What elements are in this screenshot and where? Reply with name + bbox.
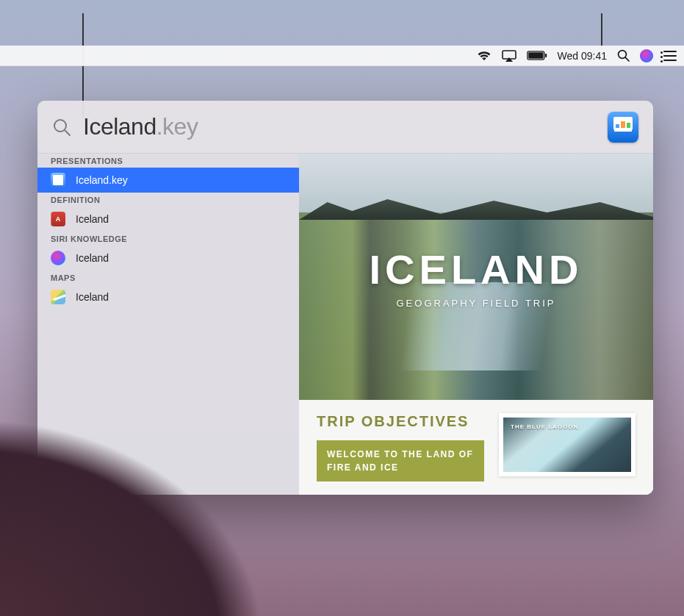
keynote-file-icon (51, 173, 65, 187)
result-label: Iceland (76, 291, 109, 303)
preview-slide-2: TRIP OBJECTIVES WELCOME TO THE LAND OF F… (299, 400, 653, 495)
svg-rect-2 (528, 52, 543, 59)
search-icon (52, 118, 71, 137)
query-autocomplete-text: .key (156, 113, 198, 140)
svg-rect-3 (545, 54, 547, 57)
keynote-app-icon (608, 112, 638, 143)
spotlight-window: Iceland.key PRESENTATIONS Iceland.key DE… (37, 101, 653, 495)
spotlight-results-list: PRESENTATIONS Iceland.key DEFINITION Ice… (37, 154, 299, 495)
dictionary-icon (51, 212, 65, 226)
spotlight-preview-pane: ICELAND GEOGRAPHY FIELD TRIP TRIP OBJECT… (299, 154, 653, 495)
slide2-photo-label: THE BLUE LAGOON (511, 423, 578, 430)
category-header-siri-knowledge: SIRI KNOWLEDGE (37, 232, 299, 246)
svg-line-5 (625, 57, 629, 61)
spotlight-search-bar[interactable]: Iceland.key (37, 101, 653, 154)
airplay-icon[interactable] (502, 46, 516, 65)
slide2-heading: TRIP OBJECTIVES (317, 413, 484, 430)
svg-line-7 (65, 130, 70, 135)
battery-icon[interactable] (527, 46, 547, 65)
slide2-photo-blue-lagoon: THE BLUE LAGOON (499, 413, 636, 476)
category-header-definition: DEFINITION (37, 193, 299, 207)
spotlight-query-input[interactable]: Iceland.key (83, 113, 596, 140)
result-label: Iceland.key (76, 174, 128, 186)
siri-icon[interactable] (640, 46, 653, 65)
slide1-subtitle: GEOGRAPHY FIELD TRIP (370, 298, 583, 309)
result-label: Iceland (76, 252, 109, 264)
siri-result-icon (51, 251, 65, 265)
notification-center-icon[interactable] (663, 46, 677, 65)
callout-line-menubar-search (601, 13, 602, 50)
slide1-title: ICELAND (370, 246, 583, 293)
category-header-presentations: PRESENTATIONS (37, 154, 299, 168)
menubar: Wed 09:41 (0, 46, 684, 66)
wifi-icon[interactable] (477, 46, 492, 65)
result-label: Iceland (76, 213, 109, 225)
result-maps-iceland[interactable]: Iceland (37, 284, 299, 309)
preview-slide-1: ICELAND GEOGRAPHY FIELD TRIP (299, 154, 653, 400)
spotlight-menubar-icon[interactable] (617, 46, 630, 65)
result-definition-iceland[interactable]: Iceland (37, 207, 299, 232)
query-typed-text: Iceland (83, 113, 156, 140)
result-siri-iceland[interactable]: Iceland (37, 246, 299, 271)
result-iceland-key[interactable]: Iceland.key (37, 168, 299, 193)
slide2-welcome-box: WELCOME TO THE LAND OF FIRE AND ICE (317, 440, 484, 481)
menubar-datetime[interactable]: Wed 09:41 (558, 46, 607, 65)
maps-icon (51, 290, 65, 304)
category-header-maps: MAPS (37, 271, 299, 284)
